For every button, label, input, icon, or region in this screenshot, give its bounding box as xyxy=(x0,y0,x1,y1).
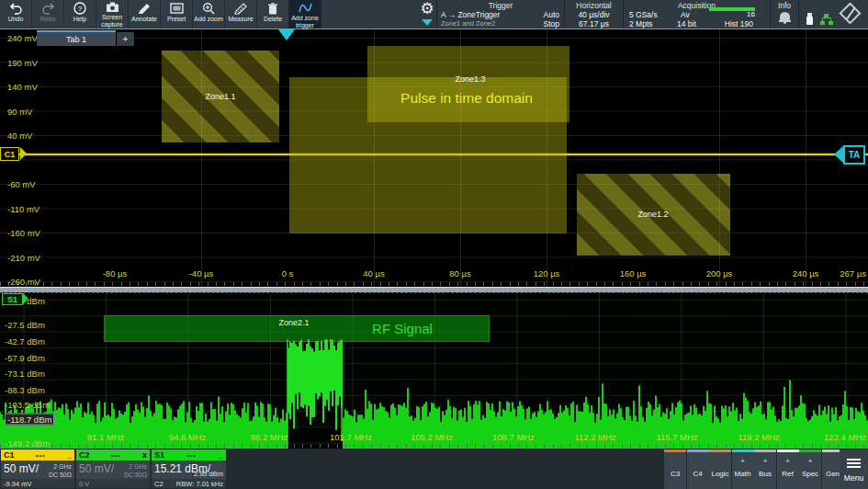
close-icon[interactable]: x xyxy=(142,450,147,460)
measure-icon xyxy=(234,2,247,15)
x-axis-label: -80 µs xyxy=(103,268,128,279)
x-axis-label: -40 µs xyxy=(189,268,214,279)
axis-tick-strip xyxy=(0,282,868,286)
x-axis-label: 200 µs xyxy=(706,268,733,279)
c1-channel-badge[interactable]: C1•••_ 50 mV/2 GHzDC 50Ω -9.94 mV xyxy=(1,449,74,488)
zone1-3-label: Zone1.3 xyxy=(455,74,485,84)
menu-button[interactable]: Menu xyxy=(840,449,868,489)
trigger-mode: Auto xyxy=(544,10,560,19)
notification-bell-icon[interactable] xyxy=(779,12,791,23)
top-toolbar: UndoRedo?HelpScreen captureAnnotatePrese… xyxy=(0,0,868,29)
x-axis-label: 91.1 MHz xyxy=(87,432,125,442)
y-axis-label: -118.7 dBm xyxy=(5,414,54,426)
x-axis-label: 98.2 MHz xyxy=(251,432,288,442)
toolbar-preset-button[interactable]: Preset xyxy=(161,0,193,28)
c2-channel-badge[interactable]: C2•••x 50 mV/2 GHzDC 50Ω 0 V xyxy=(76,449,150,488)
drag-dots-icon: ••• xyxy=(164,452,219,459)
badge-title: C2 xyxy=(79,450,90,460)
y-axis-label: -60 mV xyxy=(7,179,36,189)
toolbar-add-zoom-button[interactable]: Add zoom xyxy=(193,0,225,28)
c1-coupling: DC 50Ω xyxy=(49,472,72,478)
s1-reference-level: 2.95 dBm xyxy=(194,470,223,478)
trigger-position-marker[interactable] xyxy=(278,29,295,40)
preset-icon xyxy=(170,2,184,15)
dock-bus-button[interactable]: +Bus xyxy=(754,449,776,489)
time-domain-diagram[interactable]: Tab 1 + Zone1.1 Zone1.3 Zone1.2 Pulse in… xyxy=(0,29,868,287)
diagram-splitter-handle[interactable] xyxy=(0,287,868,292)
y-axis-label: -42.7 dBm xyxy=(5,336,45,347)
toolbar-annotate-button[interactable]: Annotate xyxy=(129,0,161,28)
toolbar-screen-capture-button[interactable]: Screen capture xyxy=(96,0,129,28)
x-axis-label: 112.2 MHz xyxy=(574,432,615,442)
rohde-schwarz-logo xyxy=(840,4,861,24)
y-axis-label: -88.3 dBm xyxy=(5,385,45,395)
minimize-icon[interactable]: _ xyxy=(219,450,223,460)
zone1-1-label: Zone1.1 xyxy=(205,92,235,101)
pulse-caption: Pulse in time domain xyxy=(400,90,533,107)
help-icon: ? xyxy=(73,2,86,15)
acquisition-status-panel[interactable]: Acquisition 5 GSa/sAv16 2 Mpts14 bitHist… xyxy=(623,0,770,28)
zoom-icon xyxy=(202,2,215,15)
toolbar-delete-button[interactable]: Delete xyxy=(257,0,289,28)
y-axis-label: -57.9 dBm xyxy=(5,353,45,363)
s1-spectrum-tag[interactable]: S1 xyxy=(2,293,23,305)
trigger-panel-title: Trigger xyxy=(437,0,564,10)
horizontal-status-panel[interactable]: Horizontal 40 µs/div 67.17 µs xyxy=(564,0,623,28)
channel-color-stripe xyxy=(777,449,799,452)
info-panel-title: Info xyxy=(771,0,798,10)
x-axis-label: 105.2 MHz xyxy=(411,432,453,442)
axis-tick-strip xyxy=(0,444,868,448)
dock-math-button[interactable]: +Math xyxy=(732,449,754,489)
trash-icon xyxy=(267,2,278,15)
y-axis-label: 40 mV xyxy=(7,131,32,141)
oscilloscope-screen: UndoRedo?HelpScreen captureAnnotatePrese… xyxy=(0,0,868,489)
add-icon: + xyxy=(777,457,799,465)
minimize-icon[interactable]: _ xyxy=(67,450,72,460)
toolbar-measure-button[interactable]: Measure xyxy=(225,0,257,28)
y-axis-label: 240 mV xyxy=(7,33,38,43)
x-axis-label: 122.4 MHz xyxy=(824,432,866,442)
add-icon: + xyxy=(732,457,754,465)
pencil-icon xyxy=(138,2,151,15)
y-axis-label: -149.2 dBm xyxy=(5,438,50,449)
x-axis-label: 101.7 MHz xyxy=(330,432,372,442)
s1-spectrum-badge[interactable]: S1•••_ 15.21 dBm/2.95 dBm C2RBW: 7.01 kH… xyxy=(152,449,226,488)
c1-channel-tag[interactable]: C1 xyxy=(0,147,19,161)
dock-spec-button[interactable]: +Spec xyxy=(799,449,821,489)
toolbar-redo-button[interactable]: Redo xyxy=(32,0,64,28)
spectrum-diagram[interactable]: Zone2.1 RF Signal S1 -12.3 dBm-27.5 dBm-… xyxy=(0,292,868,449)
chevron-down-icon xyxy=(422,19,433,26)
spectrum-trace xyxy=(0,293,868,449)
drag-dots-icon: ••• xyxy=(15,452,67,459)
record-length: 2 Mpts xyxy=(629,19,653,28)
add-tab-button[interactable]: + xyxy=(117,32,134,46)
y-axis-label: -210 mV xyxy=(7,252,40,262)
info-panel[interactable]: Info xyxy=(770,0,799,28)
dock-c4-button[interactable]: C4 xyxy=(687,449,709,489)
toolbar-add-zone-trigger-button[interactable]: Add zone trigger xyxy=(289,0,321,28)
toolbar-undo-button[interactable]: Undo xyxy=(0,0,32,28)
drag-dots-icon: ••• xyxy=(90,452,142,459)
c2-bandwidth: 2 GHz xyxy=(129,463,147,470)
x-axis-label: 115.7 MHz xyxy=(656,432,697,442)
tab-tab1[interactable]: Tab 1 xyxy=(37,30,116,46)
channel-color-stripe xyxy=(799,449,821,452)
toolbar-help-button[interactable]: ?Help xyxy=(64,0,96,28)
x-axis-label: 120 µs xyxy=(534,268,560,279)
zone1-2-label: Zone1.2 xyxy=(637,210,668,219)
channel-color-stripe xyxy=(709,449,731,452)
zone-wave-icon xyxy=(298,2,313,14)
trigger-level-tag[interactable]: TA xyxy=(843,145,865,165)
undo-icon xyxy=(9,2,23,15)
s1-source: C2 xyxy=(154,480,163,488)
zone2-1-label: Zone2.1 xyxy=(278,318,309,327)
lan-network-icon xyxy=(820,14,833,25)
add-icon: + xyxy=(799,457,821,465)
dock-logic-button[interactable]: Logic xyxy=(709,449,731,489)
zone1-3[interactable] xyxy=(367,46,569,122)
trigger-status-panel[interactable]: Trigger A → ZoneTriggerAuto Zone1 and Zo… xyxy=(436,0,564,28)
x-axis-label: 80 µs xyxy=(449,268,470,279)
dock-ref-button[interactable]: +Ref xyxy=(777,449,799,489)
dock-c3-button[interactable]: C3 xyxy=(664,449,686,489)
x-axis-label: 40 µs xyxy=(363,268,384,279)
